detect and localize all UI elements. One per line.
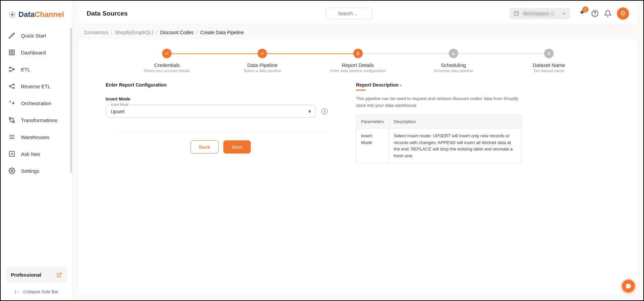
external-link-icon	[57, 272, 62, 278]
description-title: Report Description -	[356, 82, 522, 88]
breadcrumb-item[interactable]: Shopify(GraphQL)	[115, 30, 153, 35]
sidebar-item-quick-start[interactable]: Quick Start	[3, 27, 69, 44]
workspace-icon	[513, 10, 519, 17]
breadcrumb: Connectors/ Shopify(GraphQL)/ Discount C…	[72, 24, 643, 39]
step-report-details[interactable]: 3 Report Details Enter data pipeline con…	[310, 49, 405, 73]
breadcrumb-item: Create Data Pipeline	[200, 30, 244, 35]
sidebar-item-label: ETL	[21, 67, 30, 72]
step-dataset-name[interactable]: 5 Dataset Name Set dataset name	[501, 49, 597, 73]
next-button[interactable]: Next	[223, 140, 251, 154]
step-circle	[258, 49, 267, 58]
logo[interactable]: DataChannel	[1, 5, 72, 27]
table-header: Parameters	[356, 115, 389, 129]
sidebar-item-warehouses[interactable]: Warehouses	[3, 129, 69, 145]
chat-fab[interactable]	[621, 279, 636, 294]
svg-point-27	[627, 285, 628, 286]
collapse-label: Collapse Side Bar	[23, 289, 58, 294]
sidebar-item-label: Warehouses	[21, 134, 49, 140]
sidebar: DataChannel Quick Start Dashboard ETL Re…	[1, 1, 72, 300]
stepper: Credentials Select your account details …	[79, 49, 637, 82]
dashboard-icon	[8, 49, 16, 56]
step-circle: 5	[544, 49, 554, 58]
sidebar-nav: Quick Start Dashboard ETL Reverse ETL Or…	[1, 27, 72, 263]
description-text: This pipeline can be used to request and…	[356, 95, 522, 109]
step-title: Credentials	[154, 62, 180, 68]
step-title: Dataset Name	[533, 62, 565, 68]
transformations-icon	[8, 116, 16, 124]
table-cell: Select Insert mode: UPSERT will insert o…	[389, 129, 521, 163]
svg-rect-6	[13, 53, 15, 55]
plan-label: Professional	[11, 272, 41, 278]
avatar[interactable]: D	[617, 7, 629, 20]
workspace-select[interactable]: Workspace 1	[509, 8, 570, 19]
workspace-name: Workspace 1	[523, 11, 558, 16]
svg-rect-23	[514, 11, 518, 16]
ask-neo-icon	[8, 150, 16, 158]
svg-point-8	[9, 70, 10, 71]
rocket-icon	[8, 32, 16, 39]
parameter-table: Parameters Description Insert Mode Selec…	[356, 115, 522, 163]
sidebar-item-label: Quick Start	[21, 33, 46, 39]
title-underline	[356, 90, 365, 91]
step-subtitle: Enter data pipeline configuration	[330, 69, 386, 73]
bell-icon[interactable]	[604, 10, 612, 17]
svg-point-26	[595, 15, 595, 15]
sidebar-item-ask-neo[interactable]: Ask Neo	[3, 145, 69, 162]
field-label: Insert Mode	[106, 96, 336, 101]
scrollbar[interactable]	[70, 28, 72, 173]
svg-point-7	[9, 67, 10, 68]
insert-mode-select[interactable]: Insert Mode Upsert ▾	[106, 105, 315, 118]
reverse-etl-icon	[8, 83, 16, 90]
svg-rect-5	[9, 53, 12, 55]
sidebar-item-orchestration[interactable]: Orchestration	[3, 95, 69, 112]
sidebar-item-label: Settings	[21, 168, 39, 174]
chevron-down-icon	[561, 11, 566, 16]
plan-card[interactable]: Professional	[5, 267, 67, 282]
step-data-pipeline[interactable]: Data Pipeline Select a data pipeline	[215, 49, 310, 73]
sparkle-button[interactable]: 2	[578, 9, 586, 18]
step-circle	[162, 49, 172, 58]
step-subtitle: Select a data pipeline	[244, 69, 281, 73]
sidebar-item-reverse-etl[interactable]: Reverse ETL	[3, 78, 69, 95]
breadcrumb-item[interactable]: Connectors	[84, 30, 108, 35]
sidebar-item-dashboard[interactable]: Dashboard	[3, 44, 69, 61]
svg-point-10	[13, 84, 14, 85]
breadcrumb-item: Discount Codes	[160, 30, 194, 35]
gear-icon	[8, 167, 16, 175]
sidebar-item-label: Transformations	[21, 117, 58, 123]
logo-text: DataChannel	[19, 10, 64, 19]
search-input[interactable]	[325, 8, 373, 19]
sidebar-item-settings[interactable]: Settings	[3, 162, 69, 179]
step-subtitle: Schedule data pipeline	[434, 69, 473, 73]
svg-point-9	[13, 69, 14, 70]
step-credentials[interactable]: Credentials Select your account details	[119, 49, 215, 73]
step-scheduling[interactable]: 4 Scheduling Schedule data pipeline	[406, 49, 501, 73]
chat-icon	[625, 283, 632, 290]
sidebar-item-label: Orchestration	[21, 100, 51, 106]
logo-icon	[9, 9, 16, 20]
svg-point-12	[9, 86, 10, 87]
svg-rect-3	[9, 50, 12, 52]
etl-icon	[8, 66, 16, 73]
sidebar-item-transformations[interactable]: Transformations	[3, 112, 69, 129]
step-title: Report Details	[342, 62, 374, 68]
table-row: Insert Mode Select Insert mode: UPSERT w…	[356, 129, 522, 163]
sidebar-item-etl[interactable]: ETL	[3, 61, 69, 78]
step-circle: 4	[449, 49, 458, 58]
table-cell: Insert Mode	[356, 129, 389, 163]
section-title: Enter Report Configuration	[106, 82, 336, 88]
svg-point-28	[628, 285, 629, 286]
help-icon[interactable]	[591, 10, 599, 17]
step-subtitle: Select your account details	[143, 69, 190, 73]
topbar: Data Sources Workspace 1 2	[79, 3, 637, 24]
back-button[interactable]: Back	[191, 140, 219, 154]
warehouses-icon	[8, 133, 16, 141]
info-icon[interactable]: i	[321, 108, 328, 114]
svg-point-11	[13, 87, 14, 88]
svg-point-19	[11, 170, 13, 172]
sidebar-item-label: Reverse ETL	[21, 84, 51, 89]
select-legend: Insert Mode	[109, 103, 130, 107]
collapse-sidebar-button[interactable]: |← Collapse Side Bar	[5, 289, 67, 294]
svg-rect-13	[9, 118, 11, 119]
orchestration-icon	[8, 99, 16, 107]
